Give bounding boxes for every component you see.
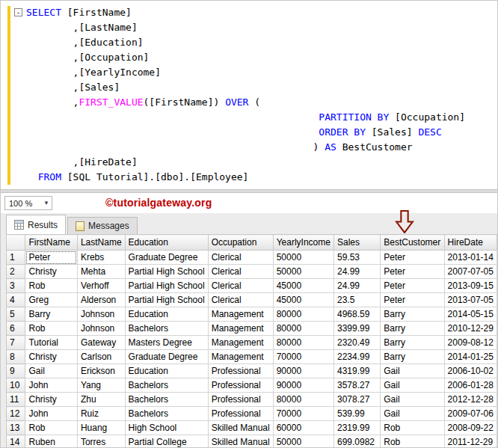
- cell[interactable]: Education: [125, 364, 208, 378]
- cell[interactable]: 2013-07-05: [444, 293, 497, 307]
- cell[interactable]: 80000: [273, 393, 333, 407]
- column-header-sales[interactable]: Sales: [333, 235, 380, 251]
- row-number[interactable]: 11: [7, 393, 25, 407]
- row-number[interactable]: 10: [7, 378, 25, 393]
- zoom-dropdown[interactable]: 100 % ▼: [4, 196, 52, 210]
- cell[interactable]: Yang: [77, 378, 125, 393]
- cell[interactable]: Torres: [77, 435, 125, 448]
- cell[interactable]: 2319.99: [333, 421, 380, 435]
- cell[interactable]: Graduate Degree: [125, 350, 208, 364]
- row-number[interactable]: 3: [7, 279, 25, 293]
- cell[interactable]: Rob: [25, 279, 77, 293]
- cell[interactable]: Masters Degree: [125, 336, 208, 350]
- cell[interactable]: Krebs: [77, 251, 125, 265]
- cell[interactable]: Partial College: [125, 435, 208, 448]
- cell[interactable]: 2014-01-25: [444, 350, 497, 364]
- column-header-bestcustomer[interactable]: BestCustomer: [381, 235, 444, 251]
- tab-results[interactable]: Results: [6, 215, 66, 234]
- row-number[interactable]: 13: [7, 421, 25, 435]
- cell[interactable]: Barry: [381, 350, 444, 364]
- cell[interactable]: Professional: [208, 407, 273, 421]
- cell[interactable]: Management: [208, 307, 273, 322]
- column-header-education[interactable]: Education: [125, 235, 208, 251]
- cell[interactable]: 90000: [273, 378, 333, 393]
- code-line[interactable]: ,[Sales]: [12, 80, 497, 95]
- cell[interactable]: Clerical: [208, 251, 273, 265]
- cell[interactable]: Rob: [25, 421, 77, 435]
- cell[interactable]: 3578.27: [333, 378, 380, 393]
- cell[interactable]: Rob: [381, 421, 444, 435]
- cell[interactable]: Zhu: [77, 393, 125, 407]
- cell[interactable]: 2009-08-12: [444, 336, 497, 350]
- column-header-lastname[interactable]: LastName: [77, 235, 125, 251]
- cell[interactable]: Barry: [381, 336, 444, 350]
- cell[interactable]: Erickson: [77, 364, 125, 378]
- cell[interactable]: Verhoff: [77, 279, 125, 293]
- sql-editor[interactable]: -SELECT [FirstName] ,[LastName] ,[Educat…: [1, 1, 497, 189]
- cell[interactable]: Peter: [381, 251, 444, 265]
- cell[interactable]: Johnson: [77, 307, 125, 322]
- cell[interactable]: Education: [125, 307, 208, 322]
- code-line[interactable]: PARTITION BY [Occupation]: [12, 110, 497, 125]
- cell[interactable]: Rob: [381, 435, 444, 448]
- cell[interactable]: Management: [208, 336, 273, 350]
- cell[interactable]: 2234.99: [333, 350, 380, 364]
- cell[interactable]: Peter: [381, 279, 444, 293]
- cell[interactable]: 2010-12-29: [444, 322, 497, 336]
- cell[interactable]: 50000: [273, 251, 333, 265]
- cell[interactable]: 45000: [273, 279, 333, 293]
- row-number[interactable]: 6: [7, 322, 25, 336]
- cell[interactable]: Professional: [208, 393, 273, 407]
- cell[interactable]: 2008-09-22: [444, 421, 497, 435]
- cell[interactable]: 2007-07-05: [444, 265, 497, 279]
- row-number[interactable]: 7: [7, 336, 25, 350]
- cell[interactable]: 50000: [273, 435, 333, 448]
- cell[interactable]: 2014-05-15: [444, 307, 497, 322]
- cell[interactable]: Partial High School: [125, 293, 208, 307]
- cell[interactable]: High School: [125, 421, 208, 435]
- cell[interactable]: Skilled Manual: [208, 435, 273, 448]
- cell[interactable]: Johnson: [77, 322, 125, 336]
- cell[interactable]: 80000: [273, 336, 333, 350]
- cell[interactable]: Bachelors: [125, 378, 208, 393]
- cell[interactable]: 2009-07-06: [444, 407, 497, 421]
- cell[interactable]: Bachelors: [125, 393, 208, 407]
- cell[interactable]: John: [25, 407, 77, 421]
- cell[interactable]: 539.99: [333, 407, 380, 421]
- code-line[interactable]: ) AS BestCustomer: [12, 140, 497, 155]
- cell[interactable]: Rob: [25, 322, 77, 336]
- cell[interactable]: 2006-01-28: [444, 378, 497, 393]
- row-number[interactable]: 14: [7, 435, 25, 448]
- row-number[interactable]: 8: [7, 350, 25, 364]
- cell[interactable]: 2012-12-28: [444, 393, 497, 407]
- cell[interactable]: 50000: [273, 265, 333, 279]
- cell[interactable]: 59.53: [333, 251, 380, 265]
- code-line[interactable]: ,FIRST_VALUE([FirstName]) OVER (: [12, 95, 497, 110]
- cell[interactable]: John: [25, 378, 77, 393]
- cell[interactable]: Bachelors: [125, 407, 208, 421]
- cell[interactable]: Christy: [25, 265, 77, 279]
- row-number[interactable]: 1: [7, 251, 25, 265]
- cell[interactable]: Mehta: [77, 265, 125, 279]
- cell[interactable]: 23.5: [333, 293, 380, 307]
- cell[interactable]: Peter: [25, 251, 77, 265]
- cell[interactable]: Gateway: [77, 336, 125, 350]
- cell[interactable]: Gail: [381, 378, 444, 393]
- cell[interactable]: 2013-01-14: [444, 251, 497, 265]
- cell[interactable]: 2320.49: [333, 336, 380, 350]
- cell[interactable]: 80000: [273, 322, 333, 336]
- cell[interactable]: Gail: [381, 393, 444, 407]
- collapse-toggle-icon[interactable]: -: [12, 5, 26, 20]
- cell[interactable]: Greg: [25, 293, 77, 307]
- cell[interactable]: Graduate Degree: [125, 251, 208, 265]
- cell[interactable]: Barry: [25, 307, 77, 322]
- cell[interactable]: 2011-12-29: [444, 435, 497, 448]
- cell[interactable]: Clerical: [208, 293, 273, 307]
- cell[interactable]: Professional: [208, 364, 273, 378]
- cell[interactable]: Clerical: [208, 279, 273, 293]
- cell[interactable]: Barry: [381, 322, 444, 336]
- cell[interactable]: Management: [208, 322, 273, 336]
- cell[interactable]: Bachelors: [125, 322, 208, 336]
- column-header-yearlyincome[interactable]: YearlyIncome: [273, 235, 333, 251]
- grid-corner-cell[interactable]: [7, 235, 25, 251]
